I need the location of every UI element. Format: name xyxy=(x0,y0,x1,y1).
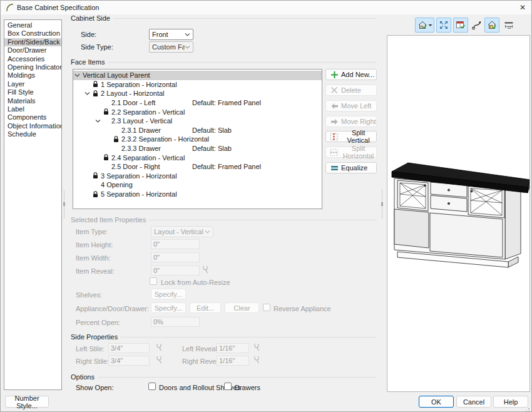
tree-row[interactable]: 1 Separation - Horizontal xyxy=(73,80,322,90)
left-reveal-field[interactable]: 1/16" xyxy=(217,343,249,353)
drawer-bottom xyxy=(431,195,467,212)
delete-button[interactable]: Delete xyxy=(325,85,377,96)
tree-row[interactable]: 2.4 Separation - Vertical xyxy=(73,153,322,162)
door-bottom-left xyxy=(394,209,429,248)
item-height-field[interactable]: 0" xyxy=(151,239,200,249)
wrench-default-icon[interactable] xyxy=(252,342,261,352)
chevron-down-icon[interactable] xyxy=(83,90,91,97)
tree-item-label: 2.3.3 Drawer xyxy=(120,145,161,152)
tree-row[interactable]: 2.2 Separation - Vertical xyxy=(73,107,322,116)
color-view-icon[interactable] xyxy=(484,18,499,33)
item-type-label: Item Type: xyxy=(76,228,108,236)
wrench-default-icon[interactable] xyxy=(155,355,163,364)
equalize-button[interactable]: Equalize xyxy=(325,162,377,173)
sidebar-item-object-information[interactable]: Object Information xyxy=(4,122,61,130)
sidebar-list[interactable]: GeneralBox ConstructionFront/Sides/BackD… xyxy=(4,19,62,390)
lock-auto-resize-checkbox[interactable] xyxy=(150,277,157,285)
sidebar-item-materials[interactable]: Materials xyxy=(4,97,61,105)
glass-door-right xyxy=(468,186,504,218)
left-stile-field[interactable]: 3/4" xyxy=(108,343,150,353)
tree-lock-spacer xyxy=(102,99,110,106)
tree-chevron-spacer xyxy=(94,99,102,106)
drawers-checkbox[interactable] xyxy=(224,383,232,390)
side-select[interactable]: Front xyxy=(149,29,193,40)
appliance-edit-button[interactable]: Edit... xyxy=(190,302,221,313)
panel-splitter-left[interactable] xyxy=(64,190,64,219)
split-horizontal-button[interactable]: Split Horizontal xyxy=(325,147,377,158)
sidebar-item-front-sides-back[interactable]: Front/Sides/Back xyxy=(4,38,61,46)
sidebar-item-opening-indicators[interactable]: Opening Indicators xyxy=(4,63,61,71)
right-stile-field[interactable]: 3/4" xyxy=(108,356,150,366)
percent-open-label: Percent Open: xyxy=(76,319,120,327)
appliance-specify-button[interactable]: Specify... xyxy=(151,302,186,313)
preview-pane[interactable] xyxy=(387,35,530,392)
tree-row[interactable]: 3 Separation - Horizontal xyxy=(73,172,322,181)
split-vertical-button[interactable]: Split Vertical xyxy=(325,131,377,142)
right-reveal-field[interactable]: 1/16" xyxy=(217,356,249,366)
tree-item-label: 1 Separation - Horizontal xyxy=(100,81,177,88)
tree-row[interactable]: Vertical Layout Parent xyxy=(73,71,322,80)
sidebar-item-door-drawer[interactable]: Door/Drawer xyxy=(4,46,61,54)
camera-path-icon[interactable] xyxy=(469,18,484,33)
tree-item-label: 2 Layout - Horizontal xyxy=(100,90,165,97)
tree-row[interactable]: 2.1 Door - LeftDefault: Framed Panel xyxy=(73,98,322,108)
item-type-select[interactable]: Layout - Vertical xyxy=(151,226,213,237)
standard-views-icon[interactable] xyxy=(415,18,434,33)
help-button[interactable]: Help xyxy=(493,396,528,408)
item-reveal-field[interactable]: 0" xyxy=(151,265,200,276)
chevron-down-icon[interactable] xyxy=(94,117,102,125)
sidebar-item-schedule[interactable]: Schedule xyxy=(4,130,61,138)
tree-row[interactable]: 2.3.3 DrawerDefault: Slab xyxy=(73,144,322,153)
percent-open-field[interactable]: 0% xyxy=(151,317,200,327)
cancel-button[interactable]: Cancel xyxy=(456,396,491,408)
sidebar-item-fill-style[interactable]: Fill Style xyxy=(4,88,61,96)
sidebar-item-accessories[interactable]: Accessories xyxy=(4,55,61,63)
face-items-tree[interactable]: Vertical Layout Parent1 Separation - Hor… xyxy=(73,69,322,209)
side-type-select[interactable]: Custom Face xyxy=(149,41,193,53)
move-left-button[interactable]: Move Left xyxy=(325,100,377,111)
arrow-left-icon xyxy=(330,101,339,110)
tree-row[interactable]: 2.5 Door - RightDefault: Framed Panel xyxy=(73,162,322,172)
toe-kick-side xyxy=(508,257,518,267)
tree-row[interactable]: 2.3.2 Separation - Horizontal xyxy=(73,135,322,144)
close-icon[interactable]: ✕ xyxy=(517,2,528,13)
wrench-default-icon[interactable] xyxy=(155,342,163,352)
appliance-clear-button[interactable]: Clear xyxy=(225,302,259,313)
add-new-button[interactable]: Add New... xyxy=(325,69,377,80)
side-label: Side: xyxy=(81,31,96,39)
dimension-icon[interactable]: 12 xyxy=(501,18,516,33)
window-title: Base Cabinet Specification xyxy=(17,1,99,14)
sidebar-item-general[interactable]: General xyxy=(4,21,61,29)
tree-item-label: 2.4 Separation - Vertical xyxy=(110,154,185,162)
panel-splitter-right[interactable] xyxy=(382,190,382,219)
sidebar-item-label[interactable]: Label xyxy=(4,105,61,113)
chevron-down-icon[interactable] xyxy=(73,71,81,79)
reverse-appliance-checkbox[interactable] xyxy=(263,304,270,311)
fill-window-icon[interactable] xyxy=(436,18,451,33)
sidebar-item-layer[interactable]: Layer xyxy=(4,80,61,88)
sidebar-item-box-construction[interactable]: Box Construction xyxy=(4,29,61,38)
tree-item-label: Vertical Layout Parent xyxy=(81,71,150,79)
move-right-button[interactable]: Move Right xyxy=(325,116,377,127)
tree-lock-spacer xyxy=(102,163,110,170)
tree-row[interactable]: 2.3 Layout - Vertical xyxy=(73,116,322,126)
wrench-default-icon[interactable] xyxy=(252,355,261,364)
tree-item-default: Default: Framed Panel xyxy=(192,99,261,106)
tree-row[interactable]: 4 Opening xyxy=(73,180,322,190)
tree-row[interactable]: 2.3.1 DrawerDefault: Slab xyxy=(73,126,322,135)
tree-row[interactable]: 2 Layout - Horizontal xyxy=(73,89,322,98)
wrench-default-icon[interactable] xyxy=(201,265,210,274)
reverse-appliance-label: Reverse Appliance xyxy=(274,305,331,313)
item-width-field[interactable]: 0" xyxy=(151,252,200,262)
shelves-specify-button[interactable]: Specify... xyxy=(151,289,186,299)
sidebar-item-moldings[interactable]: Moldings xyxy=(4,71,61,80)
doors-rollout-shelves-checkbox[interactable] xyxy=(148,383,156,390)
item-reveal-label: Item Reveal: xyxy=(76,267,115,276)
tree-row[interactable]: 5 Separation - Horizontal xyxy=(73,190,322,199)
color-toggle-icon[interactable] xyxy=(453,18,468,33)
lock-icon xyxy=(91,90,100,97)
resize-grip[interactable] xyxy=(524,404,530,410)
ok-button[interactable]: OK xyxy=(419,396,454,408)
sidebar-item-components[interactable]: Components xyxy=(4,113,61,121)
number-style-button[interactable]: Number Style... xyxy=(5,396,49,408)
